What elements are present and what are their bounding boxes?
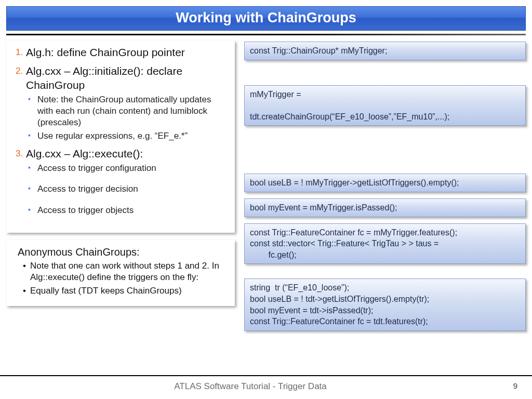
slide-footer: ATLAS Software Tutorial - Trigger Data 9 xyxy=(0,375,532,392)
anonymous-sub-1: Note that one can work without steps 1 a… xyxy=(23,260,227,283)
slide-body: Alg.h: define ChainGroup pointer Alg.cxx… xyxy=(0,35,532,337)
step-1: Alg.h: define ChainGroup pointer xyxy=(16,46,227,59)
main-steps-card: Alg.h: define ChainGroup pointer Alg.cxx… xyxy=(6,41,235,233)
step-3-sub-1: Access to trigger configuration xyxy=(28,163,227,174)
page-number: 9 xyxy=(501,381,532,392)
slide-title: Working with ChainGroups xyxy=(6,6,526,31)
left-column: Alg.h: define ChainGroup pointer Alg.cxx… xyxy=(6,41,235,337)
step-2: Alg.cxx – Alg::initialize(): declare Cha… xyxy=(16,64,227,142)
anonymous-card: Anonymous ChainGroups: Note that one can… xyxy=(6,240,235,306)
step-3-subs: Access to trigger configuration Access t… xyxy=(28,163,227,216)
step-2-sub-2: Use regular expressions, e.g. “EF_e.*” xyxy=(28,130,227,142)
code-box-4: bool myEvent = mMyTrigger.isPassed(); xyxy=(244,198,526,217)
step-3: Alg.cxx – Alg::execute(): Access to trig… xyxy=(16,147,227,216)
code-box-6: string tr (“EF_e10_loose”); bool useLB =… xyxy=(244,278,526,330)
step-2-subs: Note: the ChainGroup automatically updat… xyxy=(28,94,227,142)
code-box-2: mMyTrigger = tdt.createChainGroup(“EF_e1… xyxy=(244,85,526,126)
code-box-1: const Trig::ChainGroup* mMyTrigger; xyxy=(244,42,526,60)
step-1-head: Alg.h: define ChainGroup pointer xyxy=(16,46,227,59)
main-steps-list: Alg.h: define ChainGroup pointer Alg.cxx… xyxy=(16,46,227,216)
code-box-3: bool useLB = ! mMyTrigger->getListOfTrig… xyxy=(244,174,526,192)
step-2-sub-1: Note: the ChainGroup automatically updat… xyxy=(28,94,227,128)
step-3-head: Alg.cxx – Alg::execute(): xyxy=(16,147,227,161)
anonymous-subs: Note that one can work without steps 1 a… xyxy=(23,260,227,297)
step-2-head: Alg.cxx – Alg::initialize(): declare Cha… xyxy=(16,64,227,92)
anonymous-sub-2: Equally fast (TDT keeps ChainGroups) xyxy=(23,285,227,297)
step-3-sub-2: Access to trigger decision xyxy=(28,183,227,195)
anonymous-head: Anonymous ChainGroups: xyxy=(18,246,227,258)
right-column: const Trig::ChainGroup* mMyTrigger; mMyT… xyxy=(244,41,526,337)
code-box-5: const Trig::FeatureContainer fc = mMyTri… xyxy=(244,223,526,264)
step-3-sub-3: Access to trigger objects xyxy=(28,205,227,216)
footer-text: ATLAS Software Tutorial - Trigger Data xyxy=(0,381,501,392)
